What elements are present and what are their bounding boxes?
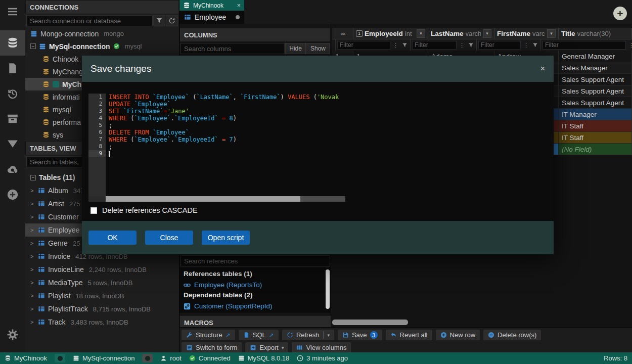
references-search-input[interactable] <box>180 255 330 266</box>
chevron-right-icon[interactable]: > <box>30 201 35 207</box>
editor-horizontal-scrollbar[interactable] <box>88 196 345 202</box>
cell-title[interactable]: Sales Support Agent <box>559 85 632 97</box>
cell-title[interactable]: Sales Manager <box>559 62 632 74</box>
toolbar-button-new-row[interactable]: New row <box>436 330 480 340</box>
cell-title[interactable]: Sales Support Agent <box>559 74 632 85</box>
expander-icon[interactable]: − <box>30 43 36 49</box>
iconbar-history-button[interactable] <box>0 81 25 106</box>
chevron-right-icon[interactable]: > <box>30 188 35 194</box>
iconbar-plus-circle-button[interactable] <box>0 182 25 207</box>
chevron-right-icon[interactable]: > <box>30 293 35 299</box>
column-menu-button[interactable]: ▾ <box>417 29 425 38</box>
chevron-right-icon[interactable]: > <box>30 319 35 325</box>
database-group-tab[interactable]: MyChinook × <box>179 0 244 11</box>
table-item-playlist[interactable]: >Playlist18 rows, InnoDB <box>25 289 179 302</box>
filter-input-title[interactable] <box>543 41 626 50</box>
cell-title[interactable]: IT Staff <box>559 120 632 132</box>
new-tab-button[interactable]: + <box>613 7 627 20</box>
connections-filter-button[interactable] <box>153 15 165 26</box>
iconbar-settings-button[interactable] <box>0 322 25 347</box>
toolbar-button-switch-to-form[interactable]: Switch to form <box>182 342 242 353</box>
hide-column-button[interactable]: Hide <box>285 43 306 54</box>
toolbar-button-revert-all[interactable]: Revert all <box>386 330 432 340</box>
column-menu-button[interactable]: ▾ <box>547 29 556 38</box>
toolbar-button-view-columns[interactable]: View columns <box>292 342 351 353</box>
filter-input-firstname[interactable] <box>478 41 521 50</box>
table-item-track[interactable]: >Track3,483 rows, InnoDB <box>25 315 179 329</box>
references-scrollbar[interactable] <box>326 269 330 309</box>
tab-employee[interactable]: Employee <box>179 11 244 24</box>
cascade-checkbox[interactable] <box>91 207 97 214</box>
status-item-color-badge[interactable] <box>142 354 153 362</box>
cell-title[interactable]: (No Field) <box>559 144 632 155</box>
sql-editor[interactable]: 123456789 INSERT INTO `Employee` (`LastN… <box>88 94 345 196</box>
iconbar-database-button[interactable] <box>0 30 25 56</box>
iconbar-archive-button[interactable] <box>0 106 25 131</box>
iconbar-menu-button[interactable] <box>0 0 25 23</box>
column-header-title[interactable]: Titlevarchar(30) <box>559 28 632 39</box>
reference-link-customer-supportrepid[interactable]: Customer (SupportRepId) <box>179 301 331 311</box>
status-item-color-badge[interactable] <box>55 354 65 362</box>
chevron-right-icon[interactable]: > <box>30 266 35 272</box>
toolbar-button-delete-row-s[interactable]: Delete row(s) <box>483 330 541 340</box>
ok-button[interactable]: OK <box>88 231 137 245</box>
chevron-right-icon[interactable]: > <box>30 253 35 259</box>
column-menu-button[interactable]: ▾ <box>483 29 491 38</box>
connection-tree-item-mysql-connection[interactable]: −MySql-connectionmysql <box>25 40 179 53</box>
toolbar-button-structure[interactable]: Structure↗ <box>182 330 235 340</box>
toolbar-button-export[interactable]: Export▾ <box>245 342 288 353</box>
reference-link-employee-reportsto[interactable]: Employee (ReportsTo) <box>179 280 331 290</box>
cell-title[interactable]: IT Manager <box>559 109 632 120</box>
close-icon[interactable]: × <box>237 2 241 9</box>
connection-color-badge[interactable] <box>55 354 65 362</box>
filter-menu-button[interactable]: ⋮ <box>522 41 530 49</box>
grid-horizontal-scrollbar[interactable] <box>332 320 408 325</box>
scrollbar-thumb[interactable] <box>106 196 300 202</box>
chevron-right-icon[interactable]: > <box>30 227 35 233</box>
collapse-columns-button[interactable]: «« <box>332 28 353 39</box>
iconbar-filter-triangle-button[interactable] <box>0 131 25 157</box>
funnel-icon-button[interactable] <box>467 41 475 49</box>
close-button[interactable]: Close <box>145 231 193 245</box>
iconbar-cloud-search-button[interactable] <box>0 157 25 182</box>
table-item-invoiceline[interactable]: >InvoiceLine2,240 rows, InnoDB <box>25 263 179 276</box>
iconbar-file-button[interactable] <box>0 56 25 81</box>
chevron-right-icon[interactable]: > <box>30 280 35 286</box>
connection-color-badge[interactable] <box>142 354 153 362</box>
show-column-button[interactable]: Show <box>306 43 330 54</box>
status-item-mychinook[interactable]: MyChinook <box>5 354 47 362</box>
dropdown-chevron-icon[interactable]: ▾ <box>323 331 330 339</box>
columns-search-input[interactable] <box>180 43 285 54</box>
filter-menu-button[interactable]: ⋮ <box>392 41 399 49</box>
table-item-playlisttrack[interactable]: >PlaylistTrack8,715 rows, InnoDB <box>25 302 179 315</box>
toolbar-button-label: Save <box>352 331 367 339</box>
funnel-icon-button[interactable] <box>531 41 539 49</box>
cell-title[interactable]: General Manager <box>559 51 632 62</box>
chevron-right-icon[interactable]: > <box>30 240 35 246</box>
expander-icon[interactable]: − <box>30 175 36 180</box>
connections-search-input[interactable] <box>26 15 153 26</box>
open-script-button[interactable]: Open script <box>202 231 250 245</box>
toolbar-button-save[interactable]: Save3 <box>338 330 382 340</box>
close-icon[interactable]: × <box>540 64 545 73</box>
chevron-right-icon[interactable]: > <box>30 306 35 312</box>
editor-code-area[interactable]: INSERT INTO `Employee` (`LastName`, `Fir… <box>106 94 345 196</box>
connection-tree-item-mongo-connection[interactable]: Mongo-connectionmongo <box>25 27 179 40</box>
chevron-right-icon[interactable]: > <box>30 214 35 220</box>
status-item-mysql-connection[interactable]: MySql-connection <box>73 354 134 362</box>
cell-title[interactable]: IT Staff <box>559 132 632 144</box>
filter-input-lastname[interactable] <box>412 41 457 50</box>
table-item-mediatype[interactable]: >MediaType5 rows, InnoDB <box>25 276 179 289</box>
filter-menu-button[interactable]: ⋮ <box>458 41 466 49</box>
filter-menu-button[interactable]: ⋮ <box>627 41 632 49</box>
filter-input-employeeid[interactable] <box>337 41 390 50</box>
column-header-firstname[interactable]: FirstNamevarchar(20)▾ <box>494 28 559 39</box>
scrollbar-track[interactable] <box>106 196 345 202</box>
connections-refresh-button[interactable] <box>166 15 178 26</box>
column-header-employeeid[interactable]: 1EmployeeIdint▾ <box>353 28 428 39</box>
funnel-icon-button[interactable] <box>401 41 409 49</box>
toolbar-button-sql[interactable]: SQL↗ <box>239 330 279 340</box>
toolbar-button-refresh[interactable]: Refresh▾ <box>282 330 334 340</box>
cell-title[interactable]: Sales Support Agent <box>559 97 632 109</box>
column-header-lastname[interactable]: LastNamevarchar(20)▾ <box>428 28 494 39</box>
